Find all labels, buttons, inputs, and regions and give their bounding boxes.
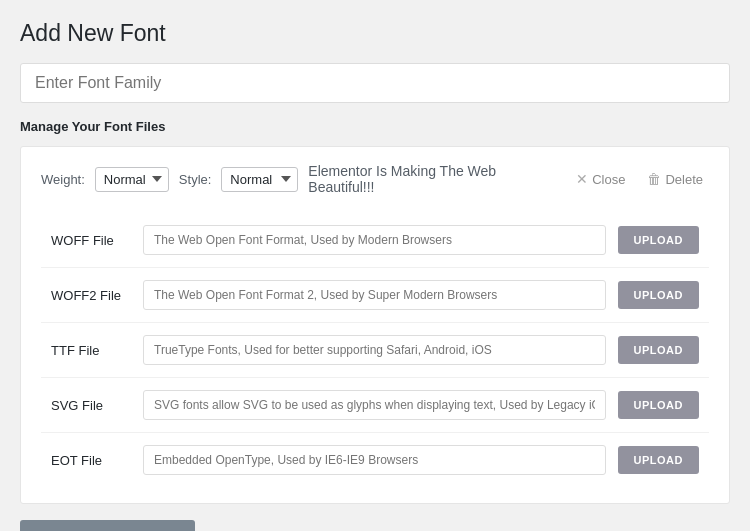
page-title: Add New Font <box>20 20 730 47</box>
file-input-0[interactable] <box>143 225 606 255</box>
font-family-input[interactable] <box>20 63 730 103</box>
file-row: TTF File UPLOAD <box>41 323 709 378</box>
close-button[interactable]: ✕ Close <box>570 167 631 191</box>
close-icon: ✕ <box>576 171 588 187</box>
file-input-3[interactable] <box>143 390 606 420</box>
upload-button-4[interactable]: UPLOAD <box>618 446 699 474</box>
file-input-1[interactable] <box>143 280 606 310</box>
preview-text: Elementor Is Making The Web Beautiful!!! <box>308 163 560 195</box>
file-type-label: WOFF2 File <box>51 288 131 303</box>
upload-button-1[interactable]: UPLOAD <box>618 281 699 309</box>
file-row: SVG File UPLOAD <box>41 378 709 433</box>
file-input-2[interactable] <box>143 335 606 365</box>
manage-section-label: Manage Your Font Files <box>20 119 730 134</box>
upload-button-3[interactable]: UPLOAD <box>618 391 699 419</box>
file-type-label: TTF File <box>51 343 131 358</box>
file-type-label: WOFF File <box>51 233 131 248</box>
delete-label: Delete <box>665 172 703 187</box>
file-rows: WOFF File UPLOAD WOFF2 File UPLOAD TTF F… <box>41 213 709 487</box>
delete-button[interactable]: 🗑 Delete <box>641 167 709 191</box>
trash-icon: 🗑 <box>647 171 661 187</box>
file-row: WOFF2 File UPLOAD <box>41 268 709 323</box>
font-variation-card: Weight: Normal 100200300 400500600 70080… <box>20 146 730 504</box>
variation-header: Weight: Normal 100200300 400500600 70080… <box>41 163 709 195</box>
file-row: EOT File UPLOAD <box>41 433 709 487</box>
file-input-4[interactable] <box>143 445 606 475</box>
file-type-label: EOT File <box>51 453 131 468</box>
style-select[interactable]: Normal Italic Oblique <box>221 167 298 192</box>
file-row: WOFF File UPLOAD <box>41 213 709 268</box>
style-label: Style: <box>179 172 212 187</box>
file-type-label: SVG File <box>51 398 131 413</box>
weight-label: Weight: <box>41 172 85 187</box>
add-font-variation-button[interactable]: ADD FONT VARIATION <box>20 520 195 531</box>
upload-button-0[interactable]: UPLOAD <box>618 226 699 254</box>
weight-select[interactable]: Normal 100200300 400500600 700800900 <box>95 167 169 192</box>
upload-button-2[interactable]: UPLOAD <box>618 336 699 364</box>
close-label: Close <box>592 172 625 187</box>
